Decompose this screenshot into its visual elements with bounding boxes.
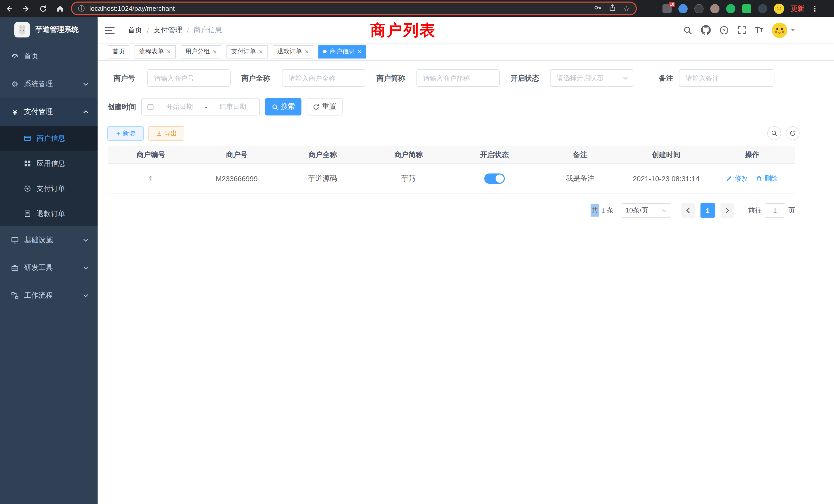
hamburger-icon[interactable] bbox=[105, 26, 114, 34]
tab-pay-order[interactable]: 支付订单× bbox=[226, 45, 267, 58]
sidebar-item-home[interactable]: 首页 bbox=[0, 43, 97, 70]
payment-submenu: 商户信息 应用信息 支付订单 退款订单 bbox=[0, 126, 97, 226]
status-label: 开启状态 bbox=[493, 69, 539, 87]
sidebar-item-label: 商户信息 bbox=[37, 134, 65, 143]
breadcrumb-separator: / bbox=[187, 26, 189, 34]
date-separator: - bbox=[205, 103, 207, 111]
svg-text:?: ? bbox=[723, 28, 726, 33]
calendar-icon bbox=[147, 103, 154, 110]
refresh-table-button[interactable] bbox=[786, 126, 799, 140]
sidebar-item-payment[interactable]: ¥ 支付管理 bbox=[0, 98, 97, 126]
gear-icon: ⚙ bbox=[10, 79, 20, 89]
sidebar-item-label: 首页 bbox=[24, 52, 39, 61]
refresh-icon[interactable] bbox=[38, 3, 48, 14]
tab-merchant-info[interactable]: 商户信息× bbox=[319, 45, 366, 58]
remark-input[interactable] bbox=[679, 69, 774, 87]
close-icon[interactable]: × bbox=[259, 48, 263, 55]
sidebar-item-refund-order[interactable]: 退款订单 bbox=[0, 201, 97, 226]
breadcrumb-section[interactable]: 支付管理 bbox=[154, 25, 182, 35]
tab-home[interactable]: 首页 bbox=[108, 45, 129, 58]
close-icon[interactable]: × bbox=[167, 48, 171, 55]
reset-button[interactable]: 重置 bbox=[307, 98, 343, 115]
bookmark-star-icon[interactable]: ☆ bbox=[623, 4, 630, 13]
full-name-input[interactable] bbox=[282, 69, 365, 87]
edit-link[interactable]: 修改 bbox=[726, 174, 748, 183]
close-icon[interactable]: × bbox=[213, 48, 217, 55]
logo-rabbit-avatar bbox=[14, 22, 30, 38]
sidebar: 芋道管理系统 首页 ⚙ 系统管理 ¥ 支付管理 bbox=[0, 17, 97, 504]
browser-menu-icon[interactable]: ⋮ bbox=[811, 4, 818, 13]
font-size-icon[interactable]: TT bbox=[755, 26, 763, 34]
forward-icon[interactable] bbox=[21, 3, 31, 14]
page-size-select[interactable]: 10条/页 bbox=[621, 203, 671, 217]
extension-icon-5[interactable] bbox=[726, 4, 736, 13]
sidebar-item-merchant-info[interactable]: 商户信息 bbox=[0, 126, 97, 151]
search-icon bbox=[771, 130, 777, 137]
extension-icon-6[interactable] bbox=[742, 4, 751, 13]
breadcrumb-home[interactable]: 首页 bbox=[128, 25, 142, 35]
export-button[interactable]: 导出 bbox=[148, 126, 184, 141]
merchant-no-input[interactable] bbox=[147, 69, 231, 87]
close-icon[interactable]: × bbox=[358, 48, 361, 55]
home-icon[interactable] bbox=[55, 3, 65, 14]
sidebar-item-system[interactable]: ⚙ 系统管理 bbox=[0, 70, 97, 98]
toggle-search-button[interactable] bbox=[767, 126, 781, 140]
search-button[interactable]: 搜索 bbox=[265, 98, 302, 115]
cell-id: 1 bbox=[108, 164, 194, 193]
github-icon[interactable] bbox=[701, 25, 711, 35]
back-icon[interactable] bbox=[4, 3, 14, 14]
fullscreen-icon[interactable] bbox=[738, 26, 746, 35]
extension-icon-2[interactable] bbox=[678, 4, 688, 13]
goto-page-input[interactable] bbox=[765, 203, 785, 217]
pagination: 共 1 条 10条/页 1 前往 页 bbox=[591, 203, 795, 217]
pagination-total: 共 1 条 bbox=[591, 204, 614, 216]
sidebar-item-infrastructure[interactable]: 基础设施 bbox=[0, 226, 97, 254]
breadcrumb-separator: / bbox=[147, 26, 149, 34]
chrome-update-button[interactable]: 更新 bbox=[791, 4, 804, 13]
address-bar[interactable]: ⓘ localhost:1024/pay/merchant ☆ bbox=[71, 2, 637, 16]
status-toggle[interactable] bbox=[484, 173, 505, 183]
url-text[interactable]: localhost:1024/pay/merchant bbox=[89, 5, 175, 12]
delete-link[interactable]: 删除 bbox=[756, 174, 778, 183]
help-icon[interactable]: ? bbox=[720, 25, 729, 35]
user-avatar bbox=[772, 22, 787, 38]
tab-refund-order[interactable]: 退款订单× bbox=[273, 45, 313, 58]
prev-page-button[interactable] bbox=[681, 203, 695, 217]
extension-icon-1[interactable]: 10 bbox=[662, 4, 672, 13]
extension-icon-7[interactable] bbox=[758, 4, 767, 13]
page-unit-label: 页 bbox=[788, 206, 795, 215]
date-range-picker[interactable]: 开始日期 - 结束日期 bbox=[141, 98, 260, 115]
next-page-button[interactable] bbox=[721, 203, 734, 217]
search-icon bbox=[271, 104, 278, 110]
share-icon[interactable] bbox=[609, 4, 616, 13]
cell-full-name: 芋道源码 bbox=[280, 164, 366, 193]
tab-user-group[interactable]: 用户分组× bbox=[180, 45, 221, 58]
tab-flow-form[interactable]: 流程表单× bbox=[135, 45, 175, 58]
short-name-input[interactable] bbox=[416, 69, 500, 87]
password-key-icon[interactable] bbox=[594, 4, 602, 13]
page-info-icon[interactable]: ⓘ bbox=[78, 4, 85, 13]
add-button[interactable]: + 新增 bbox=[107, 126, 144, 141]
page-number-1[interactable]: 1 bbox=[701, 203, 715, 217]
edit-pencil-icon bbox=[726, 175, 732, 181]
status-select[interactable]: 请选择开启状态 bbox=[550, 69, 633, 87]
cell-short-name: 芋艿 bbox=[366, 164, 452, 193]
top-navbar: 首页 / 支付管理 / 商户信息 ? TT bbox=[97, 17, 834, 43]
sidebar-item-label: 研发工具 bbox=[24, 263, 53, 273]
browser-toolbar: ⓘ localhost:1024/pay/merchant ☆ 10 bbox=[0, 0, 834, 17]
close-icon[interactable]: × bbox=[305, 48, 309, 55]
user-menu[interactable] bbox=[772, 22, 795, 38]
sidebar-logo[interactable]: 芋道管理系统 bbox=[0, 17, 97, 43]
sidebar-item-app-info[interactable]: 应用信息 bbox=[0, 151, 97, 176]
extension-icon-4[interactable] bbox=[710, 4, 720, 13]
sidebar-item-pay-order[interactable]: 支付订单 bbox=[0, 176, 97, 201]
caret-down-icon bbox=[791, 29, 795, 31]
search-icon[interactable] bbox=[683, 25, 692, 35]
create-time-label: 创建时间 bbox=[97, 98, 136, 115]
browser-profile-avatar[interactable] bbox=[774, 3, 784, 14]
sidebar-item-dev-tools[interactable]: 研发工具 bbox=[0, 254, 97, 282]
annotation-title: 商户列表 bbox=[370, 20, 436, 41]
extension-icon-3[interactable] bbox=[694, 4, 704, 13]
dashboard-icon bbox=[10, 52, 20, 61]
sidebar-item-workflow[interactable]: 工作流程 bbox=[0, 282, 97, 310]
